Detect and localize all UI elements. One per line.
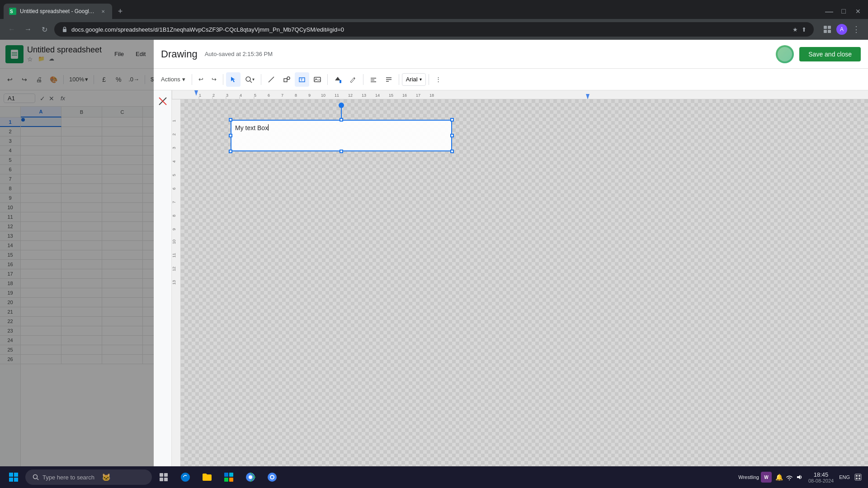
svg-text:3: 3 bbox=[172, 147, 176, 149]
image-tool-button[interactable] bbox=[310, 72, 325, 87]
text-box-container[interactable]: My text Box bbox=[231, 120, 452, 151]
resize-handle-e[interactable] bbox=[450, 134, 454, 137]
chrome-icon[interactable] bbox=[241, 467, 260, 487]
share-icon[interactable]: ⬆ bbox=[802, 26, 807, 33]
tab-title: Untitled spreadsheet - Google ... bbox=[20, 8, 96, 14]
notification-icon[interactable]: 🔔 bbox=[775, 474, 783, 481]
side-arrow-tool[interactable] bbox=[156, 94, 170, 108]
text-align-button[interactable] bbox=[366, 72, 381, 87]
svg-text:9: 9 bbox=[308, 93, 311, 98]
line-icon bbox=[268, 76, 275, 83]
drawing-autosave: Auto-saved at 2:15:36 PM bbox=[205, 51, 273, 57]
tray-app-icon[interactable]: W bbox=[761, 472, 772, 483]
resize-handle-se[interactable] bbox=[450, 150, 454, 153]
svg-text:18: 18 bbox=[429, 93, 434, 98]
maximize-button[interactable]: □ bbox=[837, 5, 850, 18]
textbox-tool-button[interactable]: T bbox=[295, 72, 309, 87]
drawing-toolbar-divider-4 bbox=[327, 74, 328, 85]
minimize-button[interactable]: — bbox=[823, 5, 835, 18]
drawing-side-tools bbox=[154, 90, 172, 488]
svg-text:5: 5 bbox=[254, 93, 256, 98]
new-tab-button[interactable]: + bbox=[114, 5, 127, 18]
rotate-handle[interactable] bbox=[339, 103, 344, 108]
redo-icon: ↪ bbox=[212, 76, 217, 83]
start-button[interactable] bbox=[4, 467, 24, 487]
svg-text:11: 11 bbox=[172, 253, 176, 258]
wifi-icon[interactable] bbox=[786, 474, 793, 481]
resize-handle-nw[interactable] bbox=[229, 118, 232, 122]
notification-center-icon bbox=[854, 474, 862, 481]
taskbar-clock[interactable]: 18:45 08-08-2024 bbox=[805, 471, 837, 483]
resize-handle-n[interactable] bbox=[340, 118, 343, 122]
svg-rect-2 bbox=[63, 29, 66, 32]
resize-handle-w[interactable] bbox=[229, 134, 232, 137]
svg-point-87 bbox=[271, 476, 274, 479]
font-selector[interactable]: Arial ▾ bbox=[402, 73, 426, 86]
svg-text:7: 7 bbox=[281, 93, 283, 98]
text-box[interactable]: My text Box bbox=[231, 120, 452, 151]
bookmark-icon[interactable]: ★ bbox=[793, 26, 798, 33]
drawing-toolbar-divider-2 bbox=[223, 74, 223, 85]
url-text: docs.google.com/spreadsheets/d/1B1Zneqha… bbox=[71, 26, 344, 33]
more-options-button[interactable]: ⋮ bbox=[432, 72, 445, 87]
drawing-toolbar-divider-5 bbox=[363, 74, 363, 85]
actions-menu-button[interactable]: Actions ▾ bbox=[157, 74, 189, 84]
drawing-undo-button[interactable]: ↩ bbox=[195, 72, 207, 87]
profile-button[interactable]: A bbox=[835, 23, 848, 36]
drawing-redo-button[interactable]: ↪ bbox=[208, 72, 220, 87]
svg-rect-72 bbox=[14, 478, 18, 482]
pen-icon bbox=[349, 76, 357, 83]
resize-handle-s[interactable] bbox=[340, 150, 343, 153]
active-tab[interactable]: S Untitled spreadsheet - Google ... ✕ bbox=[4, 4, 112, 19]
drawing-toolbar: Actions ▾ ↩ ↪ bbox=[154, 69, 868, 90]
tab-close-button[interactable]: ✕ bbox=[99, 8, 107, 15]
drawing-canvas-area: 1 2 3 4 5 6 7 8 9 10 11 bbox=[154, 90, 868, 488]
svg-text:5: 5 bbox=[172, 174, 176, 176]
save-and-close-button[interactable]: Save and close bbox=[799, 47, 861, 61]
zoom-icon bbox=[245, 76, 252, 83]
url-bar[interactable]: docs.google.com/spreadsheets/d/1B1Zneqha… bbox=[54, 22, 814, 37]
forward-button[interactable]: → bbox=[22, 23, 34, 36]
svg-text:11: 11 bbox=[335, 93, 339, 98]
volume-icon[interactable] bbox=[796, 474, 803, 481]
file-explorer-icon[interactable] bbox=[197, 467, 217, 487]
clock-time: 18:45 bbox=[808, 471, 834, 478]
paragraph-button[interactable] bbox=[382, 72, 396, 87]
shape-tool-button[interactable] bbox=[279, 72, 294, 87]
back-button[interactable]: ← bbox=[5, 23, 18, 36]
svg-rect-6 bbox=[828, 30, 831, 33]
drawing-canvas[interactable]: My text Box bbox=[181, 99, 868, 488]
pen-tool-button[interactable] bbox=[346, 72, 360, 87]
notification-center-button[interactable] bbox=[852, 471, 864, 483]
svg-text:1: 1 bbox=[199, 93, 201, 98]
task-view-button[interactable] bbox=[154, 467, 174, 487]
resize-handle-sw[interactable] bbox=[229, 150, 232, 153]
task-view-icon bbox=[159, 473, 168, 482]
svg-text:13: 13 bbox=[172, 280, 176, 285]
store-icon[interactable] bbox=[219, 467, 239, 487]
taskbar: Type here to search 🐱 bbox=[0, 466, 868, 488]
zoom-tool-button[interactable]: ▾ bbox=[241, 72, 258, 87]
close-button[interactable]: ✕ bbox=[852, 5, 864, 18]
select-tool-button[interactable] bbox=[226, 72, 241, 87]
extensions-button[interactable] bbox=[821, 23, 834, 36]
system-tray[interactable]: Wrestling W bbox=[736, 472, 774, 483]
svg-text:10: 10 bbox=[172, 239, 176, 244]
resize-handle-ne[interactable] bbox=[450, 118, 454, 122]
line-tool-button[interactable] bbox=[264, 72, 278, 87]
svg-rect-80 bbox=[229, 473, 233, 477]
fill-color-button[interactable] bbox=[330, 72, 345, 87]
drawing-toolbar-divider-3 bbox=[261, 74, 261, 85]
edge-browser-icon[interactable] bbox=[175, 467, 195, 487]
url-actions: ★ ⬆ bbox=[793, 26, 807, 33]
another-chrome-icon[interactable] bbox=[262, 467, 282, 487]
address-bar: ← → ↻ docs.google.com/spreadsheets/d/1B1… bbox=[0, 19, 868, 40]
drawing-toolbar-divider-6 bbox=[399, 74, 399, 85]
browser-menu-button[interactable]: ⋮ bbox=[850, 23, 863, 36]
svg-rect-79 bbox=[224, 473, 228, 477]
lock-icon bbox=[61, 26, 68, 33]
svg-line-12 bbox=[250, 81, 252, 83]
reload-button[interactable]: ↻ bbox=[38, 23, 51, 36]
svg-text:S: S bbox=[10, 9, 13, 14]
taskbar-search[interactable]: Type here to search 🐱 bbox=[25, 469, 152, 485]
